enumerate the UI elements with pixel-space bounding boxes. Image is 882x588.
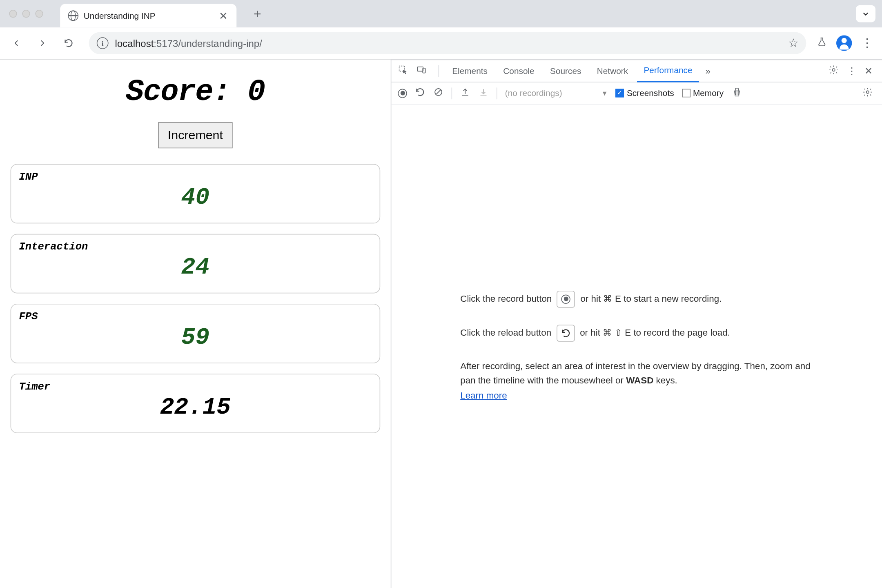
metric-label: Timer xyxy=(19,381,372,393)
screenshots-checkbox[interactable]: Screenshots xyxy=(616,88,674,98)
instruction-record: Click the record button or hit ⌘ E to st… xyxy=(460,291,813,308)
learn-more-link[interactable]: Learn more xyxy=(460,390,507,401)
arrow-left-icon xyxy=(11,38,22,49)
load-profile-icon[interactable] xyxy=(460,87,470,99)
reload-record-button[interactable] xyxy=(415,87,425,99)
new-tab-button[interactable]: + xyxy=(248,6,267,21)
devtools-tab-console[interactable]: Console xyxy=(497,60,541,82)
instructions-text: Click the record button or hit ⌘ E to st… xyxy=(460,291,813,403)
metric-label: Interaction xyxy=(19,241,372,253)
recordings-dropdown[interactable]: (no recordings) ▼ xyxy=(505,88,608,98)
record-button-inline xyxy=(557,291,575,308)
devtools-panel: Elements Console Sources Network Perform… xyxy=(391,60,882,588)
chevron-down-icon xyxy=(860,9,871,19)
devtools-more-tabs-icon[interactable]: » xyxy=(702,66,715,76)
metric-card-fps: FPS 59 xyxy=(11,304,381,363)
metric-card-inp: INP 40 xyxy=(11,164,381,224)
inspect-element-icon[interactable] xyxy=(398,65,408,77)
tab-title: Understanding INP xyxy=(84,11,212,20)
devtools-tab-sources[interactable]: Sources xyxy=(543,60,588,82)
browser-menu-icon[interactable]: ⋮ xyxy=(861,36,873,50)
instruction-after: After recording, select an area of inter… xyxy=(460,359,813,402)
tab-search-button[interactable] xyxy=(856,5,875,22)
url-text: localhost:5173/understanding-inp/ xyxy=(115,38,262,49)
browser-tab[interactable]: Understanding INP ✕ xyxy=(60,4,236,28)
metric-card-interaction: Interaction 24 xyxy=(11,234,381,294)
devtools-menu-icon[interactable]: ⋮ xyxy=(844,65,859,77)
content-split: Score: 0 Increment INP 40 Interaction 24… xyxy=(0,60,882,588)
reload-button-inline xyxy=(557,325,575,342)
toolbar-actions: ⋮ xyxy=(817,35,875,51)
metric-label: FPS xyxy=(19,311,372,323)
globe-icon xyxy=(68,11,78,21)
forward-button[interactable] xyxy=(33,33,52,53)
profile-avatar-icon[interactable] xyxy=(836,35,852,51)
increment-button[interactable]: Increment xyxy=(158,122,233,148)
window-controls xyxy=(9,10,43,18)
browser-chrome: Understanding INP ✕ + i localhost:5173/u… xyxy=(0,0,882,60)
reload-icon xyxy=(560,328,571,339)
window-minimize-icon[interactable] xyxy=(22,10,30,18)
svg-rect-1 xyxy=(417,67,423,71)
screenshots-label: Screenshots xyxy=(627,88,674,98)
url-host: localhost xyxy=(115,38,154,49)
devtools-tabbar: Elements Console Sources Network Perform… xyxy=(391,60,882,82)
metric-value: 40 xyxy=(19,184,372,211)
metric-card-timer: Timer 22.15 xyxy=(11,374,381,433)
collect-garbage-icon[interactable] xyxy=(731,87,742,99)
save-profile-icon xyxy=(478,87,489,99)
record-icon xyxy=(561,294,570,303)
memory-label: Memory xyxy=(693,88,724,98)
window-close-icon[interactable] xyxy=(9,10,17,18)
memory-checkbox[interactable]: Memory xyxy=(682,88,724,98)
dropdown-triangle-icon: ▼ xyxy=(601,89,608,97)
svg-point-5 xyxy=(866,91,869,93)
score-heading: Score: 0 xyxy=(11,75,381,109)
svg-point-3 xyxy=(832,69,835,71)
metric-label: INP xyxy=(19,171,372,183)
capture-settings-icon[interactable] xyxy=(860,87,875,99)
reload-button[interactable] xyxy=(59,33,78,53)
metric-value: 22.15 xyxy=(19,394,372,421)
reload-icon xyxy=(63,38,74,49)
bookmark-star-icon[interactable]: ☆ xyxy=(788,36,799,50)
experiments-icon[interactable] xyxy=(817,36,827,50)
devtools-close-icon[interactable]: ✕ xyxy=(862,65,875,77)
web-page: Score: 0 Increment INP 40 Interaction 24… xyxy=(0,60,391,588)
checkbox-icon xyxy=(616,89,624,98)
score-label: Score: xyxy=(126,75,230,109)
window-zoom-icon[interactable] xyxy=(35,10,43,18)
performance-empty-state: Click the record button or hit ⌘ E to st… xyxy=(391,105,882,588)
devtools-tab-elements[interactable]: Elements xyxy=(445,60,494,82)
devtools-tab-performance[interactable]: Performance xyxy=(637,60,699,82)
metric-value: 24 xyxy=(19,254,372,281)
devtools-tab-network[interactable]: Network xyxy=(590,60,635,82)
devtools-settings-icon[interactable] xyxy=(826,65,841,77)
address-bar[interactable]: i localhost:5173/understanding-inp/ ☆ xyxy=(89,32,806,54)
instruction-reload: Click the reload button or hit ⌘ ⇧ E to … xyxy=(460,325,813,342)
performance-toolbar: (no recordings) ▼ Screenshots Memory xyxy=(391,82,882,105)
url-path: :5173/understanding-inp/ xyxy=(154,38,262,49)
checkbox-icon xyxy=(682,89,690,98)
back-button[interactable] xyxy=(7,33,26,53)
recordings-placeholder: (no recordings) xyxy=(505,88,562,98)
tab-strip: Understanding INP ✕ + xyxy=(0,0,882,27)
score-value: 0 xyxy=(247,75,265,109)
site-info-icon[interactable]: i xyxy=(97,37,109,49)
browser-toolbar: i localhost:5173/understanding-inp/ ☆ ⋮ xyxy=(0,27,882,59)
arrow-right-icon xyxy=(37,38,48,49)
record-button[interactable] xyxy=(398,89,407,98)
tab-close-icon[interactable]: ✕ xyxy=(218,9,229,22)
device-toolbar-icon[interactable] xyxy=(416,65,427,77)
metric-value: 59 xyxy=(19,324,372,351)
clear-button[interactable] xyxy=(433,87,444,99)
